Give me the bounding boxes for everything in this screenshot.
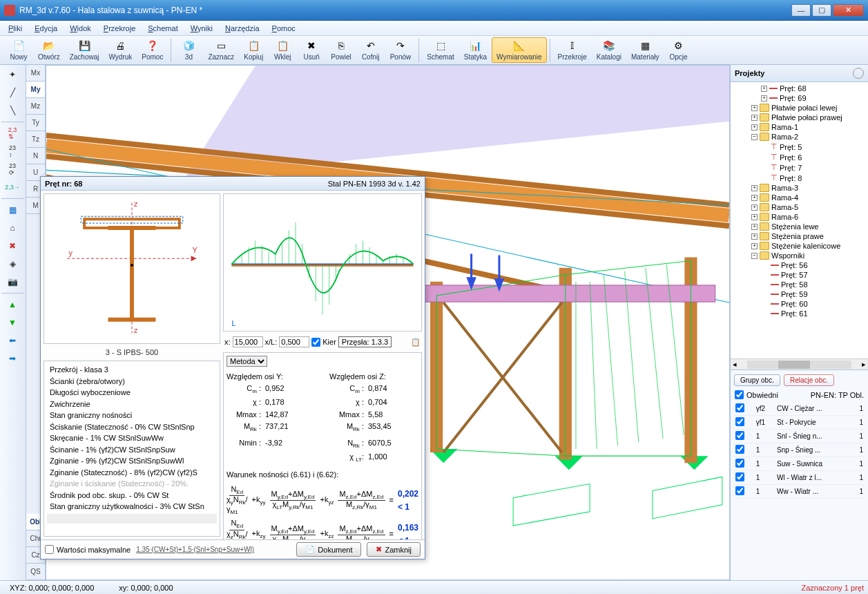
result-line[interactable]: Zginanie i ściskanie (Stateczność) - 20%… xyxy=(47,478,217,490)
menu-widok[interactable]: Widok xyxy=(64,22,97,35)
combination-expr[interactable]: 1,35·(CW+St)+1,5·(Snl+Snp+Suw+Wl) xyxy=(136,546,254,553)
maximize-button[interactable]: ▢ xyxy=(812,4,831,17)
vtool-camera-icon[interactable]: 📷 xyxy=(1,274,23,290)
spans-label[interactable]: Przęsła: 1.3.3 xyxy=(338,336,392,347)
tree-item[interactable]: +Płatwie połaci prawej xyxy=(732,113,867,122)
toolbar-schemat[interactable]: ⬚Schemat xyxy=(422,37,459,63)
tree-item[interactable]: +Płatwie połaci lewej xyxy=(732,103,867,113)
toolbar-przekroje[interactable]: 𝕀Przekroje xyxy=(553,37,592,63)
tree-item[interactable]: Pręt: 61 xyxy=(732,309,867,318)
tab-tz[interactable]: Tz xyxy=(26,131,45,148)
x-input[interactable] xyxy=(233,336,263,347)
tab-ty[interactable]: Ty xyxy=(26,115,45,131)
vtool-cross-icon[interactable]: ✖ xyxy=(1,238,23,254)
vtool-grid-icon[interactable]: ▦ xyxy=(1,202,23,218)
result-line[interactable]: Przekrój - klasa 3 xyxy=(47,364,217,376)
tab-mx[interactable]: Mx xyxy=(26,65,45,82)
tree-item[interactable]: +Rama-1 xyxy=(732,122,867,132)
tree-item[interactable]: +Stężenia lewe xyxy=(732,222,867,231)
tree-item[interactable]: −Wsporniki xyxy=(732,251,867,260)
tab-qs[interactable]: QS xyxy=(26,564,45,580)
toolbar-wydruk[interactable]: 🖨Wydruk xyxy=(104,37,137,63)
toolbar-powiel[interactable]: ⎘Powiel xyxy=(326,37,356,63)
tab-my[interactable]: My xyxy=(26,82,45,98)
tree-item[interactable]: Pręt: 58 xyxy=(732,280,867,289)
close-dialog-button[interactable]: ✖ Zamknij xyxy=(367,542,421,557)
toolbar-statyka[interactable]: 📊Statyka xyxy=(459,37,492,63)
envelope-checkbox[interactable] xyxy=(735,390,744,399)
tree-hscroll[interactable]: ◂▸ xyxy=(731,358,868,370)
vtool-down-icon[interactable]: ▼ xyxy=(1,314,23,331)
close-button[interactable]: ✕ xyxy=(833,4,864,17)
tree-item[interactable]: +Stężenie kalenicowe xyxy=(732,241,867,251)
toolbar-zachowaj[interactable]: 💾Zachowaj xyxy=(65,37,104,63)
vtool-back-icon[interactable]: ⬅ xyxy=(1,332,23,349)
toolbar-otwórz[interactable]: 📂Otwórz xyxy=(33,37,65,63)
menu-wyniki[interactable]: Wyniki xyxy=(185,22,218,35)
menu-pomoc[interactable]: Pomoc xyxy=(267,22,301,35)
load-group-row[interactable]: γf1St - Pokrycie1 xyxy=(733,416,865,430)
method-select[interactable]: Metoda xyxy=(226,356,267,367)
vtool-1[interactable]: ✦ xyxy=(1,66,23,83)
result-line[interactable]: Zwichrzenie xyxy=(47,399,217,410)
tree-item[interactable]: ⊤Pręt: 7 xyxy=(732,162,867,173)
relations-button[interactable]: Relacje obc. xyxy=(784,374,834,386)
tree-item[interactable]: +Rama-4 xyxy=(732,193,867,202)
tree-item[interactable]: ⊤Pręt: 5 xyxy=(732,142,867,152)
xl-input[interactable] xyxy=(279,336,309,347)
vtool-target-icon[interactable]: ◈ xyxy=(1,256,23,272)
kier-checkbox[interactable] xyxy=(311,338,320,347)
menu-przekroje[interactable]: Przekroje xyxy=(98,22,141,35)
toolbar-3d[interactable]: 🧊3d xyxy=(174,37,203,63)
result-line[interactable]: Stan graniczny nośności xyxy=(47,410,217,421)
toolbar-cofnij[interactable]: ↶Cofnij xyxy=(356,37,385,63)
toolbar-pomoc[interactable]: ❓Pomoc xyxy=(137,37,168,63)
load-group-row[interactable]: 1Wl - Wiatr z l...1 xyxy=(733,471,865,485)
menu-narzędzia[interactable]: Narzędzia xyxy=(220,22,265,35)
minimize-button[interactable]: — xyxy=(791,4,811,17)
result-line[interactable]: Ścinanie - 1% (γf2)CW StSnlSnpSuw xyxy=(47,444,217,456)
toolbar-katalogi[interactable]: 📚Katalogi xyxy=(592,37,626,63)
tree-item[interactable]: +Rama-5 xyxy=(732,202,867,212)
vtool-scale-1[interactable]: 2,3⇅ xyxy=(1,125,23,142)
search-icon[interactable] xyxy=(853,68,864,79)
tree-item[interactable]: −Rama-2 xyxy=(732,132,867,142)
toolbar-usuń[interactable]: ✖Usuń xyxy=(297,37,326,63)
toolbar-wymiarowanie[interactable]: 📐Wymiarowanie xyxy=(492,37,546,63)
result-line[interactable]: Zginanie - 9% (γf2)CW StSnlSnpSuwWl xyxy=(47,455,217,467)
result-line[interactable]: Zginanie (Stateczność) - 8% (γf2)CW (γf2… xyxy=(47,467,217,479)
toolbar-kopiuj[interactable]: 📋Kopiuj xyxy=(239,37,268,63)
toolbar-nowy[interactable]: 📄Nowy xyxy=(4,37,33,63)
toolbar-wklej[interactable]: 📋Wklej xyxy=(268,37,297,63)
tree-item[interactable]: Pręt: 57 xyxy=(732,270,867,280)
load-group-row[interactable]: 1Snl - Śnieg n...1 xyxy=(733,430,865,443)
vtool-up-icon[interactable]: ▲ xyxy=(1,296,23,313)
tree-item[interactable]: ⊤Pręt: 6 xyxy=(732,152,867,162)
tree-item[interactable]: ⊤Pręt: 8 xyxy=(732,173,867,183)
load-group-row[interactable]: 1Snp - Śnieg ...1 xyxy=(733,443,865,457)
vtool-iso-icon[interactable]: ⌂ xyxy=(1,220,23,236)
vtool-scale-4[interactable]: 2,3→ xyxy=(1,179,23,195)
load-group-row[interactable]: 1Suw - Suwnica1 xyxy=(733,457,865,471)
tree-item[interactable]: +Rama-6 xyxy=(732,212,867,222)
vtool-2[interactable]: ╱ xyxy=(1,84,23,101)
load-group-row[interactable]: γf2CW - Ciężar ...1 xyxy=(733,402,865,416)
vtool-scale-2[interactable]: 23↕ xyxy=(1,143,23,160)
groups-button[interactable]: Grupy obc. xyxy=(734,374,780,386)
result-line[interactable]: Ściskanie (Stateczność - 0% CW StSnlSnp xyxy=(47,421,217,433)
tree-item[interactable]: Pręt: 60 xyxy=(732,299,867,309)
load-group-row[interactable]: 1Ww - Wiatr ...1 xyxy=(733,485,865,499)
results-tree[interactable]: Przekrój - klasa 3Ścianki (żebra/otwory)… xyxy=(44,361,220,537)
results-hscroll[interactable] xyxy=(47,514,217,524)
toolbar-opcje[interactable]: ⚙Opcje xyxy=(664,37,693,63)
vtool-fwd-icon[interactable]: ➡ xyxy=(1,350,23,367)
result-line[interactable]: Skręcanie - 1% CW StSnlSuwWw xyxy=(47,432,217,444)
projects-tree[interactable]: +Pręt: 68+Pręt: 69+Płatwie połaci lewej+… xyxy=(731,82,868,358)
toolbar-zaznacz[interactable]: ▭Zaznacz xyxy=(203,37,239,63)
vtool-scale-3[interactable]: 23⟳ xyxy=(1,161,23,178)
tab-mz[interactable]: Mz xyxy=(26,98,45,115)
tree-item[interactable]: +Pręt: 69 xyxy=(732,93,867,103)
tree-item[interactable]: Pręt: 59 xyxy=(732,289,867,299)
diagram-copy-icon[interactable]: 📋 xyxy=(411,338,421,347)
tree-item[interactable]: +Pręt: 68 xyxy=(732,84,867,93)
